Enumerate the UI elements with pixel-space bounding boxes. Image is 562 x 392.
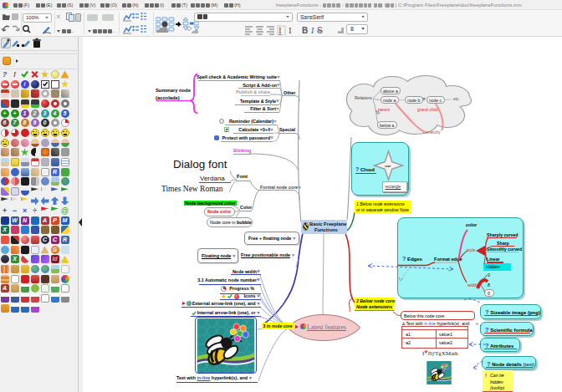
- svg-text:I: I: [278, 25, 282, 35]
- svg-text:I: I: [289, 25, 292, 35]
- svg-text:S: S: [317, 26, 323, 35]
- svg-text:star: star: [385, 164, 391, 168]
- svg-text:B: B: [302, 26, 308, 35]
- svg-text:I: I: [310, 26, 314, 35]
